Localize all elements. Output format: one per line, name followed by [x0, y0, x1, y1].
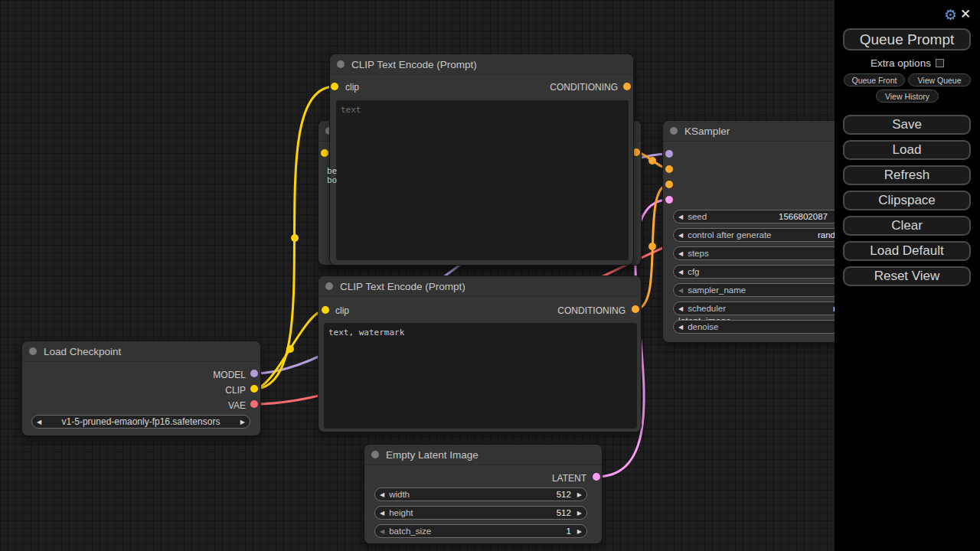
- hidden-prompt-text-peek: be bo: [327, 167, 338, 187]
- queue-front-button[interactable]: Queue Front: [844, 73, 905, 86]
- load-default-button[interactable]: Load Default: [843, 241, 971, 261]
- node-title: CLIP Text Encode (Prompt): [351, 59, 477, 70]
- vae-output-slot[interactable]: [250, 400, 258, 408]
- width-value: 512: [557, 490, 571, 499]
- node-type-dot-icon: [371, 451, 379, 458]
- latent-output-slot[interactable]: [593, 473, 600, 481]
- refresh-button[interactable]: Refresh: [843, 165, 971, 185]
- node-titlebar[interactable]: CLIP Text Encode (Prompt): [330, 54, 633, 75]
- node-type-dot-icon: [337, 60, 345, 68]
- right-arrow-icon[interactable]: ▶: [577, 510, 582, 517]
- left-arrow-icon[interactable]: ◀: [678, 324, 683, 331]
- clip-output-label: CLIP: [225, 385, 246, 396]
- node-titlebar[interactable]: Empty Latent Image: [364, 445, 602, 465]
- node-load-checkpoint[interactable]: Load Checkpoint MODEL CLIP VAE ◀ v1-5-pr…: [21, 341, 261, 436]
- extra-options-label: Extra options: [871, 57, 931, 69]
- load-button[interactable]: Load: [843, 140, 971, 160]
- node-title: CLIP Text Encode (Prompt): [340, 281, 466, 292]
- node-empty-latent-image[interactable]: Empty Latent Image LATENT ◀ width 512 ▶ …: [364, 444, 603, 544]
- left-arrow-icon[interactable]: ◀: [37, 419, 41, 425]
- clipspace-button[interactable]: Clipspace: [843, 191, 971, 210]
- left-arrow-icon[interactable]: ◀: [380, 491, 384, 498]
- clip-input-slot[interactable]: [322, 306, 329, 314]
- height-widget[interactable]: ◀ height 512 ▶: [374, 506, 587, 520]
- negative-input-slot[interactable]: [665, 181, 673, 188]
- link-dot: [648, 157, 656, 165]
- extra-options-checkbox[interactable]: [936, 59, 944, 67]
- clip-output-slot[interactable]: [250, 385, 258, 393]
- left-arrow-icon[interactable]: ◀: [678, 250, 683, 257]
- prompt-textarea[interactable]: text: [336, 100, 629, 260]
- latent-output-label: LATENT: [552, 473, 586, 484]
- batch-size-value: 1: [566, 527, 570, 536]
- conditioning-output-slot[interactable]: [632, 305, 639, 313]
- link-dot: [291, 234, 299, 242]
- conditioning-output-label: CONDITIONING: [550, 82, 618, 93]
- node-type-dot-icon: [325, 282, 333, 290]
- vae-output-label: VAE: [228, 400, 246, 411]
- height-value: 512: [557, 508, 571, 517]
- right-arrow-icon[interactable]: ▶: [577, 491, 582, 498]
- view-history-button[interactable]: View History: [876, 90, 939, 103]
- link-dot: [286, 345, 294, 353]
- gear-icon[interactable]: ⚙: [944, 6, 957, 24]
- left-arrow-icon[interactable]: ◀: [380, 510, 384, 517]
- clip-input-slot[interactable]: [331, 83, 338, 90]
- width-widget[interactable]: ◀ width 512 ▶: [374, 487, 587, 501]
- ckpt-name-widget[interactable]: ◀ v1-5-pruned-emaonly-fp16.safetensors ▶: [31, 415, 250, 429]
- close-icon[interactable]: ✕: [960, 6, 971, 22]
- node-titlebar[interactable]: Load Checkpoint: [22, 341, 260, 362]
- model-output-slot[interactable]: [250, 370, 258, 377]
- right-arrow-icon[interactable]: ▶: [577, 528, 582, 535]
- model-input-slot[interactable]: [665, 150, 673, 158]
- right-arrow-icon[interactable]: ▶: [240, 419, 245, 425]
- node-clip-text-encode-top[interactable]: CLIP Text Encode (Prompt) clip CONDITION…: [329, 54, 634, 266]
- node-title: KSampler: [684, 126, 730, 137]
- node-type-dot-icon: [29, 347, 37, 355]
- conditioning-output-label: CONDITIONING: [557, 305, 626, 316]
- clip-input-slot[interactable]: [321, 149, 328, 157]
- node-clip-text-encode-bottom[interactable]: CLIP Text Encode (Prompt) clip CONDITION…: [318, 276, 642, 432]
- positive-input-slot[interactable]: [665, 165, 673, 173]
- prompt-textarea[interactable]: text, watermark: [324, 323, 637, 429]
- clear-button[interactable]: Clear: [843, 216, 971, 236]
- left-arrow-icon[interactable]: ◀: [678, 287, 683, 294]
- extra-options-row: Extra options: [835, 57, 980, 69]
- left-arrow-icon[interactable]: ◀: [678, 305, 683, 312]
- node-title: Empty Latent Image: [386, 449, 479, 461]
- save-button[interactable]: Save: [843, 115, 971, 135]
- left-arrow-icon[interactable]: ◀: [678, 232, 683, 239]
- reset-view-button[interactable]: Reset View: [843, 266, 971, 286]
- node-type-dot-icon: [670, 127, 678, 135]
- ckpt-name-value: v1-5-pruned-emaonly-fp16.safetensors: [46, 416, 236, 427]
- left-arrow-icon[interactable]: ◀: [678, 269, 683, 276]
- latent-image-input-slot[interactable]: [665, 196, 673, 204]
- seed-value: 1566802087: [779, 212, 828, 221]
- batch-size-widget[interactable]: ◀ batch_size 1 ▶: [374, 524, 587, 538]
- clip-input-label: clip: [345, 82, 359, 93]
- model-output-label: MODEL: [213, 370, 246, 380]
- conditioning-output-slot[interactable]: [623, 83, 631, 90]
- node-titlebar[interactable]: CLIP Text Encode (Prompt): [318, 276, 641, 297]
- view-queue-button[interactable]: View Queue: [908, 73, 971, 86]
- link-dot: [648, 243, 656, 250]
- queue-prompt-button[interactable]: Queue Prompt: [843, 28, 971, 51]
- clip-input-label: clip: [335, 305, 349, 316]
- left-arrow-icon[interactable]: ◀: [678, 214, 683, 220]
- left-arrow-icon[interactable]: ◀: [380, 528, 384, 535]
- node-title: Load Checkpoint: [44, 346, 121, 357]
